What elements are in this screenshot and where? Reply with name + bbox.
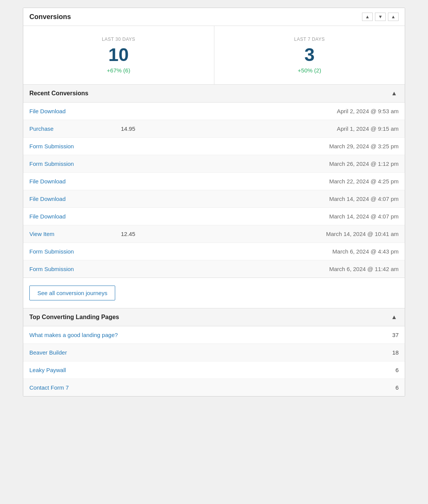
conversion-type[interactable]: View Item xyxy=(29,231,98,237)
widget-title: Conversions xyxy=(29,13,71,21)
stat-last-7-days: LAST 7 DAYS 3 +50% (2) xyxy=(214,26,405,84)
stat-7-value: 3 xyxy=(220,46,399,64)
stat-30-value: 10 xyxy=(29,46,208,64)
conversion-type[interactable]: Form Submission xyxy=(29,248,98,255)
conversion-date: March 6, 2024 @ 11:42 am xyxy=(329,266,399,272)
see-all-container: See all conversion journeys xyxy=(23,278,405,308)
landing-page-count: 6 xyxy=(396,384,399,391)
conversion-row: File DownloadMarch 14, 2024 @ 4:07 pm xyxy=(23,190,405,208)
landing-pages-list: What makes a good landing page?37Beaver … xyxy=(23,326,405,396)
landing-page-row: What makes a good landing page?37 xyxy=(23,326,405,344)
stat-7-change: +50% (2) xyxy=(220,67,399,74)
conversion-date: March 14, 2024 @ 4:07 pm xyxy=(329,213,399,220)
conversion-row: File DownloadMarch 14, 2024 @ 4:07 pm xyxy=(23,208,405,225)
conversion-type[interactable]: Form Submission xyxy=(29,143,98,149)
widget-header: Conversions ▲ ▼ ▲ xyxy=(23,8,405,26)
stat-30-change: +67% (6) xyxy=(29,67,208,74)
landing-page-row: Leaky Paywall6 xyxy=(23,361,405,379)
stats-row: LAST 30 DAYS 10 +67% (6) LAST 7 DAYS 3 +… xyxy=(23,26,405,85)
conversion-date: March 14, 2024 @ 4:07 pm xyxy=(329,196,399,202)
conversion-type[interactable]: File Download xyxy=(29,213,98,220)
conversion-row: Form SubmissionMarch 6, 2024 @ 11:42 am xyxy=(23,260,405,278)
landing-page-count: 6 xyxy=(396,367,399,373)
conversion-list: File DownloadApril 2, 2024 @ 9:53 amPurc… xyxy=(23,103,405,278)
move-down-button[interactable]: ▼ xyxy=(375,13,386,21)
stat-30-label: LAST 30 DAYS xyxy=(29,37,208,42)
expand-button[interactable]: ▲ xyxy=(388,13,399,21)
conversion-row: Form SubmissionMarch 29, 2024 @ 3:25 pm xyxy=(23,138,405,155)
landing-pages-collapse-button[interactable]: ▲ xyxy=(389,313,399,321)
conversion-row: View Item12.45March 14, 2024 @ 10:41 am xyxy=(23,225,405,243)
stat-7-label: LAST 7 DAYS xyxy=(220,37,399,42)
conversion-row: File DownloadApril 2, 2024 @ 9:53 am xyxy=(23,103,405,120)
conversion-row: Form SubmissionMarch 26, 2024 @ 1:12 pm xyxy=(23,155,405,173)
conversion-date: March 29, 2024 @ 3:25 pm xyxy=(329,143,399,149)
move-up-button[interactable]: ▲ xyxy=(362,13,373,21)
landing-pages-title: Top Converting Landing Pages xyxy=(29,314,119,321)
landing-page-count: 18 xyxy=(392,349,399,356)
conversion-row: Form SubmissionMarch 6, 2024 @ 4:43 pm xyxy=(23,243,405,260)
landing-page-name[interactable]: Beaver Builder xyxy=(29,349,67,356)
conversion-type[interactable]: File Download xyxy=(29,108,98,114)
landing-page-row: Beaver Builder18 xyxy=(23,344,405,361)
stat-last-30-days: LAST 30 DAYS 10 +67% (6) xyxy=(23,26,214,84)
landing-pages-header: Top Converting Landing Pages ▲ xyxy=(23,308,405,326)
conversion-value: 14.95 xyxy=(121,125,140,132)
conversion-date: March 6, 2024 @ 4:43 pm xyxy=(332,248,399,255)
landing-page-name[interactable]: Leaky Paywall xyxy=(29,367,66,373)
conversion-type[interactable]: File Download xyxy=(29,196,98,202)
conversion-row: Purchase14.95April 1, 2024 @ 9:15 am xyxy=(23,120,405,138)
recent-conversions-collapse-button[interactable]: ▲ xyxy=(389,89,399,98)
landing-page-row: Contact Form 76 xyxy=(23,379,405,396)
conversions-widget: Conversions ▲ ▼ ▲ LAST 30 DAYS 10 +67% (… xyxy=(23,8,405,396)
conversion-row: File DownloadMarch 22, 2024 @ 4:25 pm xyxy=(23,173,405,190)
conversion-type[interactable]: Form Submission xyxy=(29,266,98,272)
recent-conversions-title: Recent Conversions xyxy=(29,90,88,97)
conversion-type[interactable]: Form Submission xyxy=(29,161,98,167)
conversion-type[interactable]: Purchase xyxy=(29,125,98,132)
conversion-type[interactable]: File Download xyxy=(29,178,98,185)
conversion-date: April 2, 2024 @ 9:53 am xyxy=(337,108,399,114)
conversion-date: April 1, 2024 @ 9:15 am xyxy=(337,125,399,132)
conversion-date: March 26, 2024 @ 1:12 pm xyxy=(329,161,399,167)
conversion-date: March 14, 2024 @ 10:41 am xyxy=(326,231,399,237)
landing-page-name[interactable]: Contact Form 7 xyxy=(29,384,69,391)
landing-page-count: 37 xyxy=(392,332,399,338)
recent-conversions-header: Recent Conversions ▲ xyxy=(23,85,405,103)
see-all-conversion-journeys-button[interactable]: See all conversion journeys xyxy=(29,286,115,300)
conversion-value: 12.45 xyxy=(121,231,140,237)
widget-controls: ▲ ▼ ▲ xyxy=(362,13,399,21)
landing-page-name[interactable]: What makes a good landing page? xyxy=(29,332,118,338)
conversion-date: March 22, 2024 @ 4:25 pm xyxy=(329,178,399,185)
